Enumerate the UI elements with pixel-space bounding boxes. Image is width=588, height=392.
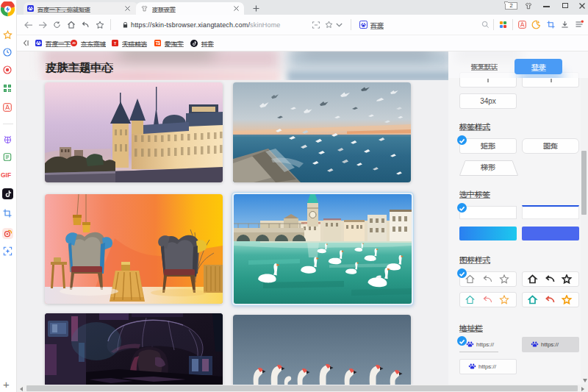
svg-text:JD: JD xyxy=(72,42,76,45)
